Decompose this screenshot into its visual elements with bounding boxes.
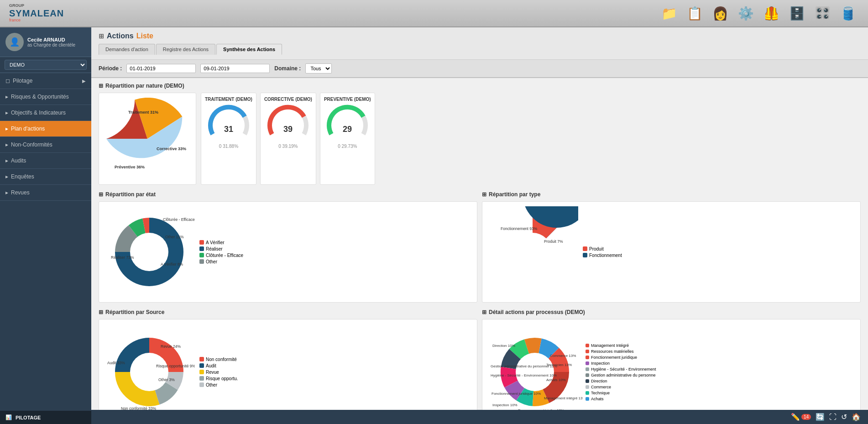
section-type-title: ⊞ Répartition par type: [482, 191, 861, 198]
legend-inspection-proc: Inspection: [586, 361, 656, 366]
sidebar-section: ◻ Pilotage ▶ ▸ Risques & Opportunités ▸ …: [0, 73, 91, 201]
legend-averifier: A Vérifier: [199, 240, 243, 245]
date-end-input[interactable]: [200, 64, 270, 73]
home-icon: 🏠: [852, 413, 861, 421]
sidebar-item-pilotage[interactable]: ◻ Pilotage ▶: [0, 73, 91, 89]
home-icon-btn[interactable]: 🏠: [852, 413, 861, 421]
achats-proc-label: Achats: [591, 397, 604, 401]
legend-commerce-proc: Commerce: [586, 385, 656, 389]
ressources-dot: [586, 350, 589, 353]
averifier-label: A Vérifier: [206, 240, 225, 245]
chart-type: Fonctionnement 93% Produit 7% Produit Fo…: [482, 201, 861, 303]
tab-registre[interactable]: Registre des Actions: [156, 44, 215, 55]
donut-type-svg: Fonctionnement 93% Produit 7%: [487, 206, 578, 298]
svg-text:Direction 10%: Direction 10%: [492, 344, 515, 348]
type-grid-icon: ⊞: [482, 191, 486, 198]
edit-icon-btn[interactable]: ✏️ 14: [791, 413, 811, 421]
person-icon[interactable]: 👩: [709, 2, 731, 24]
technique-proc-label: Technique: [591, 391, 610, 395]
type-legend: Produit Fonctionnement: [583, 246, 622, 258]
direction-proc-dot: [586, 379, 589, 383]
refresh-icon-btn[interactable]: 🔄: [816, 413, 825, 421]
database-icon[interactable]: 🗄️: [786, 2, 808, 24]
svg-text:Traitement 31%: Traitement 31%: [128, 110, 158, 115]
section-repartition-nature-title: ⊞ Répartition par nature (DEMO): [99, 83, 861, 89]
clipboard-icon[interactable]: 📋: [684, 2, 706, 24]
top-nav: GROUP SYMALEAN france 📁 📋 👩 ⚙️ 🦺 🗄️ 🎛️ 🛢…: [0, 0, 868, 27]
svg-text:Clôturée - Efficace 8%: Clôturée - Efficace 8%: [163, 217, 195, 222]
sidebar-item-revues[interactable]: ▸ Revues: [0, 185, 91, 201]
legend-cloturee: Clôturée - Efficace: [199, 253, 243, 258]
processus-title-text: Détail actions par processus (DEMO): [489, 309, 585, 315]
sidebar-item-enquetes[interactable]: ▸ Enquêtes: [0, 169, 91, 185]
gauge-corrective-title: CORRECTIVE (DEMO): [264, 97, 312, 102]
svg-text:Hygiène - Sécurité - Environne: Hygiène - Sécurité - Environnement 10%: [491, 373, 557, 377]
tab-synthese[interactable]: Synthèse des Actions: [216, 44, 282, 55]
controls-icon[interactable]: 🎛️: [811, 2, 833, 24]
legend-ressources: Ressources matérielles: [586, 349, 656, 354]
svg-text:Préventive 36%: Préventive 36%: [115, 165, 145, 169]
col-etat: ⊞ Répartition par état: [99, 191, 477, 303]
avatar: 👤: [5, 33, 24, 51]
etat-grid-icon: ⊞: [99, 191, 103, 198]
sidebar-item-plan[interactable]: ▸ Plan d'actions: [0, 121, 91, 137]
logo-group: GROUP: [9, 4, 64, 8]
sidebar-item-audits[interactable]: ▸ Audits: [0, 153, 91, 169]
gauge-corrective-svg: 39: [265, 105, 311, 141]
content-header: ⊞ Actions Liste Demandes d'action Regist…: [91, 27, 868, 60]
refresh2-icon: ↺: [841, 413, 847, 421]
gauge-corrective: CORRECTIVE (DEMO) 39 0 39.19%: [260, 93, 316, 185]
chart-processus: Commerce 13% Technicien 13% Direction 10…: [482, 319, 861, 410]
produit-label: Produit: [589, 246, 604, 251]
source-grid-icon: ⊞: [99, 309, 103, 315]
fonct-jur-label: Fonctionnement juridique: [591, 355, 637, 360]
logo: GROUP SYMALEAN france: [9, 4, 64, 23]
folder-icon[interactable]: 📁: [658, 2, 680, 24]
legend-other-src: Other: [199, 382, 238, 387]
svg-text:Inspection 10%: Inspection 10%: [492, 403, 518, 407]
logo-tagline: france: [9, 18, 64, 23]
risque-src-label: Risque opportu.: [206, 376, 238, 381]
sidebar-demo[interactable]: DEMO: [0, 57, 91, 73]
gauge-corrective-sub: 0 39.19%: [264, 144, 312, 149]
dashboard: ⊞ Répartition par nature (DEMO): [91, 78, 868, 410]
sidebar-item-nonconf[interactable]: ▸ Non-Conformités: [0, 137, 91, 153]
audit-src-dot: [199, 363, 204, 368]
legend-produit: Produit: [583, 246, 622, 251]
mgmt-label: Management Intégré: [591, 343, 629, 348]
tools-icon[interactable]: ⚙️: [735, 2, 757, 24]
gauge-traitement-title: TRAITEMENT (DEMO): [205, 97, 252, 102]
legend-mgmt: Management Intégré: [586, 343, 656, 348]
legend-technique-proc: Technique: [586, 391, 656, 395]
realiser-label: Réaliser: [206, 246, 223, 251]
title-sub: Liste: [136, 32, 153, 40]
date-start-input[interactable]: [126, 64, 196, 73]
domaine-select[interactable]: Tous: [305, 63, 332, 73]
sidebar-item-objectifs[interactable]: ▸ Objectifs & Indicateurs: [0, 105, 91, 121]
risques-icon: ▸: [5, 94, 8, 100]
nav-icons: 📁 📋 👩 ⚙️ 🦺 🗄️ 🎛️ 🛢️: [658, 2, 859, 24]
svg-point-14: [130, 353, 168, 391]
demo-select[interactable]: DEMO: [5, 60, 87, 70]
donut-source-svg: Revue 24% Risque opportunité 9% Other 3%…: [104, 324, 195, 410]
section-source-title: ⊞ Répartition par Source: [99, 309, 477, 315]
nonconf-icon: ▸: [5, 141, 8, 148]
expand-icon-btn[interactable]: ⛶: [829, 413, 837, 421]
cylinder-icon[interactable]: 🛢️: [837, 2, 859, 24]
tab-demandes[interactable]: Demandes d'action: [99, 44, 155, 55]
footer-icon: 📊: [5, 414, 12, 420]
legend-revue-src: Revue: [199, 370, 238, 375]
ressources-label: Ressources matérielles: [591, 349, 634, 354]
sidebar-label-objectifs: Objectifs & Indicateurs: [11, 110, 66, 116]
svg-text:A Vérifier 8%: A Vérifier 8%: [161, 262, 183, 267]
inspection-proc-label: Inspection: [591, 361, 610, 366]
revues-icon: ▸: [5, 189, 8, 196]
refresh2-icon-btn[interactable]: ↺: [841, 413, 847, 421]
sidebar-item-risques[interactable]: ▸ Risques & Opportunités: [0, 89, 91, 105]
gauge-traitement-sub: 0 31.88%: [205, 144, 252, 149]
vest-icon[interactable]: 🦺: [760, 2, 782, 24]
refresh-icon: 🔄: [816, 413, 825, 421]
svg-text:Revue 24%: Revue 24%: [161, 344, 181, 349]
processus-grid-icon: ⊞: [482, 309, 486, 315]
row-etat-type: ⊞ Répartition par état: [99, 191, 861, 303]
